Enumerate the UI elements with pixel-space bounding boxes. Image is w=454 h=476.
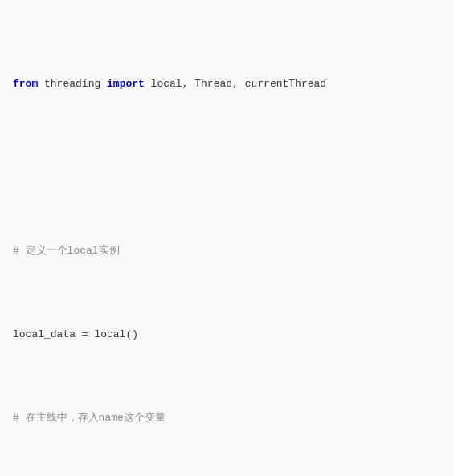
code-container: from threading import local, Thread, cur… [0, 0, 454, 476]
code-line-2 [13, 160, 441, 177]
code-line-4: local_data = local() [13, 327, 441, 344]
code-line-3: # 定义一个local实例 [13, 243, 441, 260]
code-block: from threading import local, Thread, cur… [13, 10, 441, 476]
code-line-5: # 在主线中，存入name这个变量 [13, 410, 441, 427]
code-line-1: from threading import local, Thread, cur… [13, 76, 441, 93]
